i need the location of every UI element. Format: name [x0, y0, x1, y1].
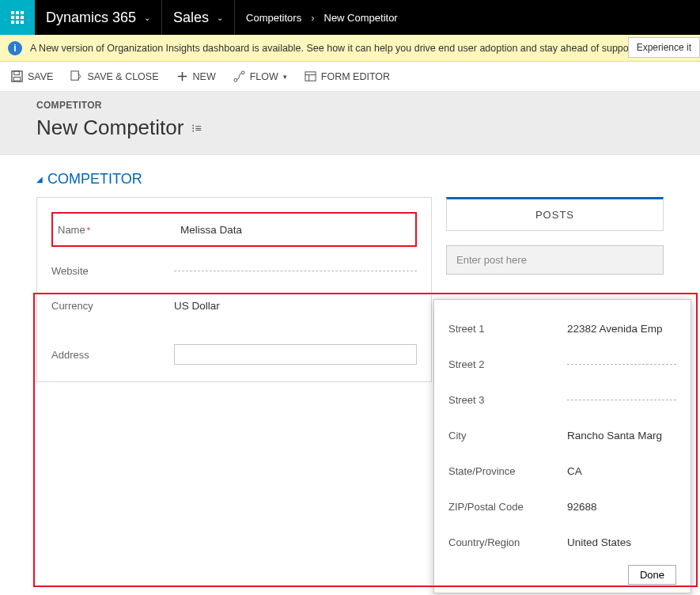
- street2-value[interactable]: [567, 364, 676, 365]
- post-input[interactable]: Enter post here: [446, 245, 664, 275]
- nav-product[interactable]: Dynamics 365 ⌄: [35, 0, 162, 35]
- chevron-down-icon: ⌄: [144, 13, 150, 22]
- tab-posts[interactable]: POSTS: [446, 197, 664, 231]
- global-nav-bar: Dynamics 365 ⌄ Sales ⌄ Competitors › New…: [0, 0, 700, 35]
- app-launcher-button[interactable]: [0, 0, 35, 35]
- page-title: New Competitor: [36, 116, 184, 140]
- collapse-icon: ◢: [36, 175, 43, 184]
- city-value[interactable]: Rancho Santa Marg: [567, 430, 676, 442]
- street1-value[interactable]: 22382 Avenida Emp: [567, 323, 676, 335]
- notification-bar: i A New version of Organization Insights…: [0, 35, 700, 62]
- street3-label: Street 3: [448, 394, 567, 406]
- currency-label: Currency: [51, 300, 174, 312]
- svg-rect-6: [305, 72, 316, 81]
- nav-module-label: Sales: [173, 9, 209, 26]
- currency-field-row: Currency US Dollar: [51, 288, 417, 323]
- info-icon: i: [8, 41, 22, 55]
- waffle-icon: [11, 11, 24, 24]
- country-label: Country/Region: [448, 536, 567, 548]
- command-bar: SAVE SAVE & CLOSE NEW FLOW ▾ FORM EDITOR: [0, 62, 700, 92]
- caret-down-icon: ▾: [283, 73, 287, 81]
- zip-label: ZIP/Postal Code: [448, 501, 567, 513]
- website-label: Website: [51, 265, 174, 277]
- flow-label: FLOW: [250, 71, 278, 82]
- new-button[interactable]: NEW: [176, 70, 216, 82]
- currency-value[interactable]: US Dollar: [174, 300, 417, 312]
- form-editor-label: FORM EDITOR: [321, 71, 390, 82]
- save-and-close-button[interactable]: SAVE & CLOSE: [70, 70, 158, 82]
- address-input[interactable]: [174, 344, 417, 365]
- city-label: City: [448, 430, 567, 442]
- notification-text: A New version of Organization Insights d…: [30, 43, 668, 54]
- experience-it-button[interactable]: Experience it: [628, 37, 700, 58]
- nav-product-label: Dynamics 365: [46, 9, 136, 26]
- flow-button[interactable]: FLOW ▾: [233, 70, 287, 82]
- address-field-row: Address: [51, 337, 417, 372]
- new-label: NEW: [193, 71, 216, 82]
- form-selector-icon[interactable]: ⁝≡: [191, 122, 201, 135]
- form-editor-button[interactable]: FORM EDITOR: [305, 70, 390, 82]
- address-label: Address: [51, 349, 174, 361]
- save-close-icon: [70, 70, 82, 82]
- state-label: State/Province: [448, 465, 567, 477]
- chevron-right-icon: ›: [311, 12, 314, 24]
- name-label: Name*: [58, 224, 180, 236]
- done-button[interactable]: Done: [628, 565, 676, 585]
- street2-label: Street 2: [448, 358, 567, 370]
- svg-point-4: [234, 78, 237, 81]
- section-header-competitor[interactable]: ◢ COMPETITOR: [36, 171, 664, 188]
- flow-icon: [233, 70, 245, 82]
- name-field-row: Name* Melissa Data: [51, 212, 417, 247]
- section-title: COMPETITOR: [47, 171, 142, 188]
- entity-label: COMPETITOR: [36, 100, 664, 111]
- chevron-down-icon: ⌄: [217, 13, 223, 22]
- zip-value[interactable]: 92688: [567, 501, 676, 513]
- website-field-row: Website: [51, 253, 417, 288]
- svg-point-5: [241, 71, 244, 74]
- form-header: COMPETITOR New Competitor ⁝≡: [0, 92, 700, 155]
- nav-module[interactable]: Sales ⌄: [162, 0, 235, 35]
- address-flyout: Street 1 22382 Avenida Emp Street 2 Stre…: [433, 299, 691, 593]
- svg-rect-2: [13, 77, 20, 81]
- breadcrumb-parent[interactable]: Competitors: [246, 12, 301, 24]
- street3-value[interactable]: [567, 400, 676, 400]
- plus-icon: [176, 70, 188, 82]
- form-editor-icon: [305, 70, 316, 82]
- competitor-form-card: Name* Melissa Data Website Currency US D…: [36, 197, 432, 382]
- country-value[interactable]: United States: [567, 536, 676, 548]
- save-button[interactable]: SAVE: [11, 70, 53, 82]
- svg-rect-3: [71, 71, 78, 80]
- breadcrumb-current: New Competitor: [324, 12, 398, 24]
- state-value[interactable]: CA: [567, 465, 676, 477]
- save-close-label: SAVE & CLOSE: [87, 71, 158, 82]
- street1-label: Street 1: [448, 323, 567, 335]
- website-value[interactable]: [174, 271, 417, 271]
- breadcrumb: Competitors › New Competitor: [235, 0, 409, 35]
- save-label: SAVE: [28, 71, 53, 82]
- name-value[interactable]: Melissa Data: [180, 224, 411, 236]
- save-icon: [11, 70, 23, 82]
- required-indicator: *: [87, 225, 90, 235]
- svg-rect-1: [14, 71, 20, 75]
